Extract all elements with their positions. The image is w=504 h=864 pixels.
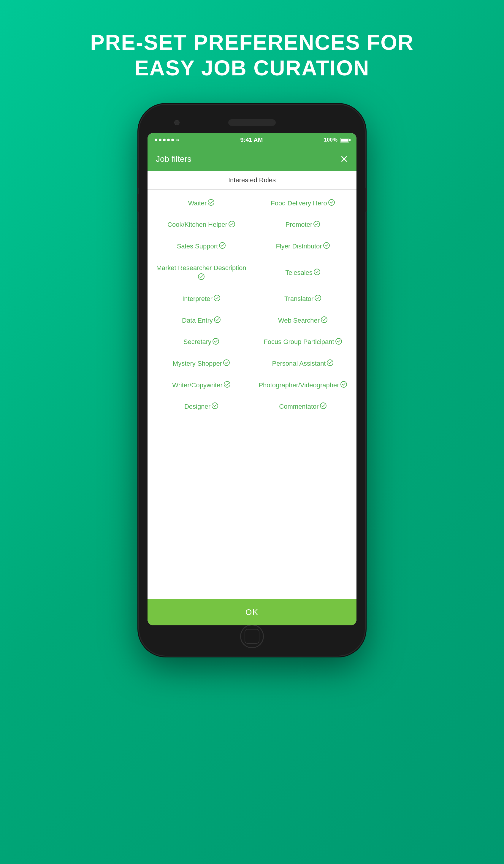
status-bar: ≈ 9:41 AM 100% <box>147 133 357 147</box>
role-item-inner: Sales Support <box>177 242 226 251</box>
page-title: PRE-SET PREFERENCES FOR EASY JOB CURATIO… <box>67 30 437 81</box>
role-name: Data Entry <box>182 316 213 325</box>
role-item[interactable]: Commentator <box>252 396 353 418</box>
role-item-inner: Interpreter <box>182 295 220 303</box>
role-item-inner: Data Entry <box>182 316 220 325</box>
svg-point-6 <box>198 274 204 279</box>
svg-point-8 <box>214 295 220 301</box>
check-circle-icon <box>198 273 204 282</box>
role-item[interactable]: Waiter <box>151 193 252 214</box>
phone-bottom <box>147 629 357 644</box>
role-item[interactable]: Photographer/Videographer <box>252 374 353 396</box>
check-circle-icon <box>208 199 214 207</box>
role-item-inner: Writer/Copywriter <box>172 381 230 390</box>
svg-point-18 <box>212 403 218 409</box>
role-item[interactable]: Data Entry <box>151 310 252 332</box>
role-item-inner: Designer <box>184 403 218 411</box>
role-item[interactable]: Promoter <box>252 214 353 236</box>
role-item-inner: Secretary <box>183 338 219 346</box>
svg-point-19 <box>320 403 326 409</box>
role-name: Food Delivery Hero <box>271 199 327 208</box>
role-item[interactable]: Designer <box>151 396 252 418</box>
role-item[interactable]: Secretary <box>151 331 252 353</box>
role-item[interactable]: Translator <box>252 288 353 310</box>
home-button-inner <box>244 629 260 644</box>
check-circle-icon <box>321 316 327 325</box>
role-item-inner: Food Delivery Hero <box>271 199 335 208</box>
role-name: Waiter <box>188 199 207 208</box>
check-circle-icon <box>229 221 235 229</box>
role-name: Photographer/Videographer <box>259 381 339 390</box>
roles-container[interactable]: WaiterFood Delivery HeroCook/Kitchen Hel… <box>147 190 357 599</box>
check-circle-icon <box>213 338 219 346</box>
svg-point-9 <box>315 295 321 301</box>
role-item-inner: Promoter <box>286 220 320 229</box>
role-item[interactable]: Flyer Distributor <box>252 236 353 257</box>
check-circle-icon <box>328 199 335 207</box>
check-circle-icon <box>323 242 330 251</box>
wifi-icon: ≈ <box>176 137 179 143</box>
role-name: Sales Support <box>177 242 218 251</box>
check-circle-icon <box>214 295 220 303</box>
speaker-grille <box>228 119 276 126</box>
role-item-inner: Translator <box>284 295 321 303</box>
role-name: Market Researcher Description <box>156 264 246 273</box>
volume-down-button <box>137 194 139 212</box>
role-item-inner: Personal Assistant <box>272 359 334 368</box>
role-item[interactable]: Cook/Kitchen Helper <box>151 214 252 236</box>
camera-hole <box>174 120 180 125</box>
svg-point-0 <box>208 200 214 205</box>
role-item[interactable]: Focus Group Participant <box>252 331 353 353</box>
svg-point-11 <box>321 317 327 323</box>
role-name: Commentator <box>279 403 319 411</box>
check-circle-icon <box>224 381 230 389</box>
app-header: Job filters ✕ <box>147 147 357 171</box>
role-item[interactable]: Telesales <box>252 257 353 288</box>
svg-point-17 <box>341 381 347 387</box>
role-name: Focus Group Participant <box>264 338 334 346</box>
role-name: Designer <box>184 403 211 411</box>
svg-point-15 <box>327 360 333 366</box>
status-right: 100% <box>324 137 349 143</box>
check-circle-icon <box>223 359 230 368</box>
role-item[interactable]: Interpreter <box>151 288 252 310</box>
volume-up-button <box>137 170 139 188</box>
role-item[interactable]: Mystery Shopper <box>151 353 252 374</box>
check-circle-icon <box>315 295 321 303</box>
home-button[interactable] <box>240 624 264 648</box>
check-circle-icon <box>335 338 342 346</box>
check-circle-icon <box>314 268 320 277</box>
roles-grid: WaiterFood Delivery HeroCook/Kitchen Hel… <box>147 193 357 418</box>
role-item[interactable]: Writer/Copywriter <box>151 374 252 396</box>
role-name: Interpreter <box>182 295 213 303</box>
role-name: Promoter <box>286 220 312 229</box>
section-title: Interested Roles <box>147 171 357 190</box>
status-time: 9:41 AM <box>240 136 263 143</box>
role-name: Flyer Distributor <box>276 242 322 251</box>
role-item-inner: Market Researcher Description <box>155 264 247 282</box>
role-item-inner: Focus Group Participant <box>264 338 341 346</box>
role-item[interactable]: Personal Assistant <box>252 353 353 374</box>
role-name: Secretary <box>183 338 211 346</box>
role-item[interactable]: Sales Support <box>151 236 252 257</box>
role-item-inner: Cook/Kitchen Helper <box>167 220 235 229</box>
svg-point-5 <box>324 242 329 249</box>
battery-percent: 100% <box>324 137 337 143</box>
check-circle-icon <box>313 221 320 229</box>
svg-point-1 <box>328 200 335 205</box>
role-item[interactable]: Web Searcher <box>252 310 353 332</box>
role-item[interactable]: Market Researcher Description <box>151 257 252 288</box>
svg-point-2 <box>229 221 235 227</box>
role-item[interactable]: Food Delivery Hero <box>252 193 353 214</box>
svg-point-7 <box>314 269 320 275</box>
role-item-inner: Photographer/Videographer <box>259 381 347 390</box>
battery-icon <box>340 138 349 143</box>
role-item-inner: Mystery Shopper <box>173 359 230 368</box>
check-circle-icon <box>214 316 220 325</box>
check-circle-icon <box>219 242 226 251</box>
phone-screen: ≈ 9:41 AM 100% Job filters ✕ Interested … <box>147 133 357 625</box>
ok-button[interactable]: OK <box>147 599 357 625</box>
role-name: Cook/Kitchen Helper <box>167 220 227 229</box>
role-item-inner: Web Searcher <box>278 316 327 325</box>
close-button[interactable]: ✕ <box>340 154 348 164</box>
